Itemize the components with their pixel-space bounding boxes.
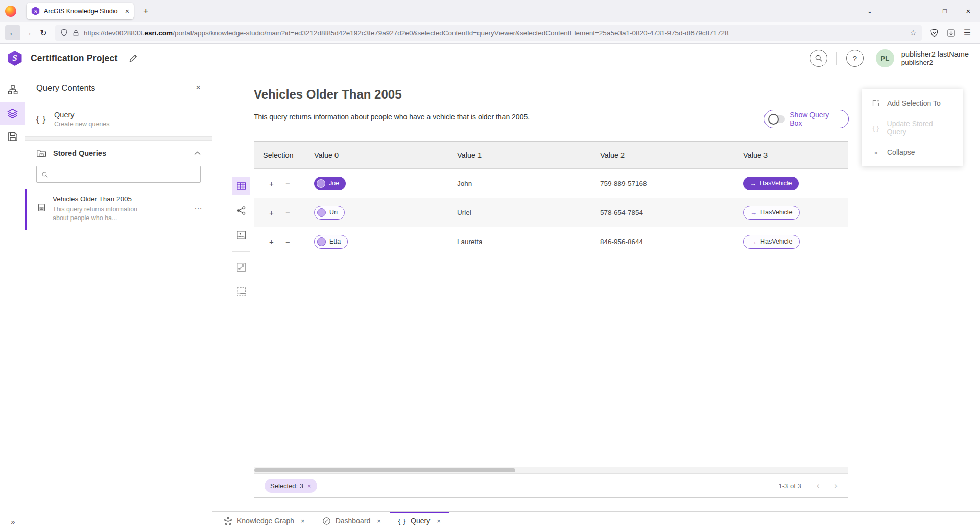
sidebar-item-project-contents[interactable] xyxy=(0,78,25,102)
cell-value2[interactable]: 846-956-8644 xyxy=(591,227,734,256)
cell-value2[interactable]: 578-654-7854 xyxy=(591,198,734,227)
add-to-link-chart-button[interactable] xyxy=(232,201,250,220)
scrollbar-thumb[interactable] xyxy=(254,468,515,472)
close-window-button[interactable]: × xyxy=(957,0,980,22)
add-to-selection-button[interactable]: + xyxy=(267,179,276,188)
query-item-title: Query xyxy=(54,111,109,119)
tab-close-icon[interactable]: × xyxy=(301,517,305,525)
search-button[interactable] xyxy=(810,50,827,67)
add-selection-to-link-chart-button[interactable] xyxy=(232,258,250,276)
remove-from-selection-button[interactable]: − xyxy=(283,208,293,217)
menu-item-add-selection-to[interactable]: Add Selection To xyxy=(862,91,963,115)
cell-value1[interactable]: John xyxy=(448,169,591,198)
query-viewer: Vehicles Older Than 2005 This query retu… xyxy=(212,73,980,530)
entity-icon xyxy=(317,179,325,188)
forward-button[interactable]: → xyxy=(20,25,36,40)
column-header-value1[interactable]: Value 1 xyxy=(448,142,591,168)
column-header-value0[interactable]: Value 0 xyxy=(305,142,448,168)
column-header-selection[interactable]: Selection xyxy=(254,142,305,168)
shield-icon[interactable] xyxy=(60,29,68,37)
tab-close-icon[interactable]: × xyxy=(437,517,441,525)
avatar[interactable]: PL xyxy=(876,49,894,67)
window-controls: ⌄ − □ × xyxy=(858,0,980,22)
lock-icon[interactable] xyxy=(73,29,79,37)
selection-map-icon xyxy=(236,287,246,297)
menu-item-update-stored-query[interactable]: { } Update Stored Query xyxy=(862,115,963,140)
previous-page-icon[interactable]: ‹ xyxy=(817,480,820,491)
help-icon: ? xyxy=(853,54,857,63)
cell-value2[interactable]: 759-889-57168 xyxy=(591,169,734,198)
table-row[interactable]: + − Etta Lauretta 846-956-8644 →HasVehic… xyxy=(254,227,848,256)
add-to-selection-button[interactable]: + xyxy=(267,208,276,217)
firefox-icon[interactable] xyxy=(5,6,16,17)
relationship-pill[interactable]: →HasVehicle xyxy=(743,206,800,220)
sidebar-item-saved[interactable] xyxy=(0,125,25,149)
next-page-icon[interactable]: › xyxy=(834,480,838,491)
cell-value1[interactable]: Lauretta xyxy=(448,227,591,256)
user-name: publisher2 lastName xyxy=(901,50,969,59)
remove-from-selection-button[interactable]: − xyxy=(283,179,293,188)
tab-dashboard[interactable]: Dashboard × xyxy=(314,512,390,530)
tab-close-icon[interactable]: × xyxy=(125,8,129,15)
add-selection-icon xyxy=(871,99,880,107)
add-selection-to-map-button[interactable] xyxy=(232,282,250,301)
show-query-box-toggle[interactable]: Show Query Box xyxy=(764,110,849,128)
sidebar-item-query-contents[interactable] xyxy=(0,102,25,125)
tab-knowledge-graph[interactable]: Knowledge Graph × xyxy=(215,512,314,530)
horizontal-scrollbar[interactable] xyxy=(254,467,848,473)
header-divider xyxy=(836,52,837,65)
entity-pill[interactable]: Joe xyxy=(314,177,346,190)
cell-value1[interactable]: Uriel xyxy=(448,198,591,227)
maximize-button[interactable]: □ xyxy=(933,0,957,22)
pocket-shield-icon[interactable] xyxy=(930,29,939,37)
library-icon[interactable] xyxy=(947,29,955,37)
table-view-button[interactable] xyxy=(232,177,250,195)
menu-item-label: Collapse xyxy=(887,148,915,156)
edit-project-name-button[interactable] xyxy=(129,54,138,63)
back-button[interactable]: ← xyxy=(5,25,20,40)
minimize-button[interactable]: − xyxy=(910,0,933,22)
new-query-item[interactable]: { } Query Create new queries xyxy=(25,103,212,136)
stored-query-options-icon[interactable]: … xyxy=(194,202,203,223)
stored-queries-search[interactable] xyxy=(36,166,201,183)
selected-count-chip[interactable]: Selected: 3 × xyxy=(265,479,317,493)
org-tree-icon xyxy=(8,85,18,95)
tab-query[interactable]: { } Query × xyxy=(390,512,449,530)
url-bar[interactable]: https://dev0028833.esri.com/portal/apps/… xyxy=(55,25,922,41)
menu-item-collapse[interactable]: » Collapse xyxy=(862,140,963,164)
results-table: Selection Value 0 Value 1 Value 2 Value … xyxy=(254,141,848,498)
chevron-up-icon[interactable] xyxy=(194,151,201,155)
url-text[interactable]: https://dev0028833.esri.com/portal/apps/… xyxy=(84,29,905,37)
help-button[interactable]: ? xyxy=(846,50,864,67)
pencil-icon xyxy=(129,54,138,63)
folder-icon xyxy=(36,149,46,158)
tab-close-icon[interactable]: × xyxy=(377,517,381,525)
browser-tab[interactable]: S ArcGIS Knowledge Studio × xyxy=(27,3,134,19)
relationship-label: HasVehicle xyxy=(760,209,793,216)
bookmark-star-icon[interactable]: ☆ xyxy=(910,28,916,37)
relationship-pill[interactable]: →HasVehicle xyxy=(743,177,799,190)
remove-from-selection-button[interactable]: − xyxy=(283,237,293,246)
reload-button[interactable]: ↻ xyxy=(36,25,51,40)
new-tab-button[interactable]: + xyxy=(143,7,149,16)
add-to-map-button[interactable] xyxy=(232,226,250,244)
stored-query-item[interactable]: Vehicles Older Than 2005 This query retu… xyxy=(25,189,212,230)
column-header-value2[interactable]: Value 2 xyxy=(591,142,734,168)
panel-close-icon[interactable]: × xyxy=(196,83,201,93)
entity-pill[interactable]: Uri xyxy=(314,206,345,220)
entity-pill[interactable]: Etta xyxy=(314,235,348,249)
clear-selection-icon[interactable]: × xyxy=(307,482,312,490)
search-input[interactable] xyxy=(53,171,196,178)
table-row[interactable]: + − Uri Uriel 578-654-7854 →HasVehicle xyxy=(254,198,848,227)
stored-queries-header[interactable]: Stored Queries xyxy=(25,141,212,165)
relationship-pill[interactable]: →HasVehicle xyxy=(743,235,800,249)
app-menu-icon[interactable]: ☰ xyxy=(964,29,971,37)
braces-icon: { } xyxy=(36,114,46,125)
tab-label: Dashboard xyxy=(336,517,371,525)
add-to-selection-button[interactable]: + xyxy=(267,237,276,246)
user-block[interactable]: publisher2 lastName publisher2 xyxy=(901,50,972,67)
list-tabs-icon[interactable]: ⌄ xyxy=(858,0,881,22)
column-header-value3[interactable]: Value 3 xyxy=(734,142,848,168)
table-row[interactable]: + − Joe John 759-889-57168 →HasVehicle xyxy=(254,169,848,198)
expand-rail-button[interactable]: » xyxy=(0,517,25,526)
